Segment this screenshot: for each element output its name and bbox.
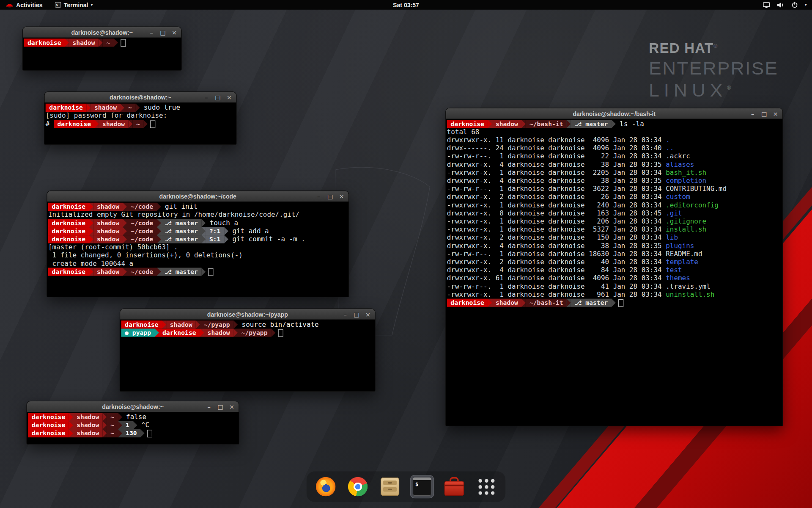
terminal-window[interactable]: darknoise@shadow:~/pyapp–□×darknoiseshad… [120, 308, 376, 392]
window-close-button[interactable]: × [365, 311, 370, 317]
ls-meta: drwxrwxr-x. 2 darknoise darknoise 150 Ja… [447, 234, 666, 241]
prompt-exit-segment: 130 [122, 429, 141, 437]
command-text: git add a [228, 227, 269, 235]
window-titlebar[interactable]: darknoise@shadow:~/pyapp–□× [120, 309, 375, 320]
window-controls: –□× [316, 191, 344, 202]
window-maximize-button[interactable]: □ [761, 110, 767, 116]
terminal-line: 1 file changed, 0 insertions(+), 0 delet… [48, 251, 348, 260]
powerline-separator [488, 120, 492, 128]
terminal-line: drwxrwxr-x. 2 darknoise darknoise 26 Jan… [447, 193, 782, 201]
powerline-separator [65, 39, 69, 47]
powerline-separator [103, 413, 107, 421]
window-close-button[interactable]: × [171, 29, 177, 35]
terminal-line: create mode 100644 a [48, 260, 348, 268]
terminal-body[interactable]: darknoiseshadow~/code git initInitialize… [47, 202, 348, 296]
window-close-button[interactable]: × [229, 403, 234, 409]
activities-button[interactable]: Activities [4, 0, 45, 10]
ls-meta: drwxrwxr-x. 4 darknoise darknoise 38 Jan… [447, 160, 666, 168]
powerline-separator [224, 235, 228, 243]
powerline-separator [123, 235, 127, 243]
powerline-separator [233, 320, 238, 329]
powerline-separator [69, 421, 73, 429]
window-titlebar[interactable]: darknoise@shadow:~/bash-it–□× [446, 108, 782, 119]
terminal-window[interactable]: darknoise@shadow:~–□×darknoiseshadow~ fa… [26, 401, 239, 444]
powerline-separator [89, 203, 93, 211]
system-menu-chevron-icon[interactable]: ▾ [805, 3, 807, 7]
window-maximize-button[interactable]: □ [160, 29, 165, 35]
window-maximize-button[interactable]: □ [215, 94, 220, 100]
ls-meta: drwx------. 24 darknoise darknoise 4096 … [447, 144, 666, 152]
window-maximize-button[interactable]: □ [354, 311, 359, 317]
window-titlebar[interactable]: darknoise@shadow:~/code–□× [47, 191, 348, 202]
terminal-line: drwxrwxr-x. 4 darknoise darknoise 84 Jan… [447, 266, 782, 274]
window-close-button[interactable]: × [773, 110, 778, 116]
ls-name: completion [666, 177, 706, 185]
prompt-git-segment: ⎇ master [571, 299, 612, 307]
terminal-line: -rwxrwxr-x. 1 darknoise darknoise 240 Ja… [447, 201, 782, 209]
dock-item-toolbox[interactable] [442, 475, 466, 498]
terminal-window[interactable]: darknoise@shadow:~/bash-it–□×darknoisesh… [445, 108, 783, 426]
terminal-body[interactable]: darknoiseshadow~ falsedarknoiseshadow~1 … [27, 412, 239, 444]
window-maximize-button[interactable]: □ [217, 403, 223, 409]
dock-item-files[interactable] [378, 475, 402, 498]
terminal-icon: $ [413, 478, 431, 496]
power-icon[interactable] [791, 2, 798, 8]
terminal-window[interactable]: darknoise@shadow:~–□×darknoiseshadow~ su… [44, 91, 237, 145]
window-minimize-button[interactable]: – [148, 29, 154, 35]
command-text: ls -la [616, 120, 644, 127]
window-minimize-button[interactable]: – [316, 193, 321, 199]
ls-name: uninstall.sh [666, 290, 714, 298]
prompt-host-segment: shadow [492, 299, 521, 307]
dock-item-terminal[interactable]: $ [410, 475, 434, 498]
terminal-body[interactable]: darknoiseshadow~ sudo true[sudo] passwor… [44, 102, 236, 144]
terminal-body[interactable]: darknoiseshadow~/bash-it⎇ master ls -lat… [446, 119, 782, 426]
terminal-body[interactable]: darknoiseshadow~/pyapp source bin/activa… [120, 320, 375, 391]
ls-name: plugins [666, 242, 694, 249]
window-minimize-button[interactable]: – [750, 110, 755, 116]
window-controls: –□× [750, 108, 778, 119]
powerline-separator [162, 320, 166, 329]
prompt-path-segment: ~/code [127, 235, 156, 243]
prompt-user-segment: darknoise [447, 120, 488, 128]
display-status-icon[interactable] [763, 2, 770, 8]
window-close-button[interactable]: × [226, 94, 232, 100]
window-close-button[interactable]: × [339, 193, 344, 199]
app-menu-terminal[interactable]: $ Terminal ▾ [53, 0, 95, 10]
dock-item-chrome[interactable] [346, 475, 370, 498]
ls-meta: -rw-rw-r--. 1 darknoise darknoise 22 Jan… [447, 152, 666, 160]
prompt-user-segment: darknoise [28, 421, 69, 429]
volume-icon[interactable] [777, 2, 785, 8]
prompt-user-segment: darknoise [48, 268, 89, 276]
clock[interactable]: Sat 03:57 [393, 0, 419, 10]
ls-name: install.sh [666, 226, 706, 233]
terminal-line: Initialized empty Git repository in /hom… [48, 211, 348, 219]
window-title: darknoise@shadow:~/code [159, 193, 236, 199]
terminal-window[interactable]: darknoise@shadow:~/code–□×darknoiseshado… [47, 190, 349, 297]
prompt-path-segment: ~/bash-it [526, 299, 567, 307]
powerline-separator [140, 429, 145, 437]
powerline-separator [612, 120, 616, 128]
prompt-host-segment: shadow [93, 268, 123, 276]
window-maximize-button[interactable]: □ [327, 193, 333, 199]
window-titlebar[interactable]: darknoise@shadow:~–□× [27, 401, 239, 412]
dock-item-firefox[interactable] [314, 475, 337, 498]
window-titlebar[interactable]: darknoise@shadow:~–□× [23, 27, 181, 38]
dock-item-app-grid[interactable] [475, 475, 498, 498]
window-minimize-button[interactable]: – [206, 403, 211, 409]
prompt-user-segment: darknoise [28, 429, 69, 437]
window-titlebar[interactable]: darknoise@shadow:~–□× [44, 92, 236, 103]
prompt-host-segment: shadow [91, 104, 120, 112]
window-controls: –□× [203, 92, 232, 102]
ls-name: custom [666, 193, 690, 201]
powerline-separator [567, 299, 571, 307]
terminal-cursor [150, 120, 155, 128]
terminal-body[interactable]: darknoiseshadow~ [23, 38, 181, 70]
ls-name: . [666, 136, 670, 144]
terminal-window[interactable]: darknoise@shadow:~–□×darknoiseshadow~ [22, 26, 182, 70]
prompt-path-segment: ~/code [127, 227, 156, 235]
prompt-user-segment: darknoise [46, 104, 87, 112]
chrome-icon [348, 477, 368, 497]
powerline-separator [123, 227, 127, 235]
window-minimize-button[interactable]: – [342, 311, 348, 317]
window-minimize-button[interactable]: – [203, 94, 209, 100]
